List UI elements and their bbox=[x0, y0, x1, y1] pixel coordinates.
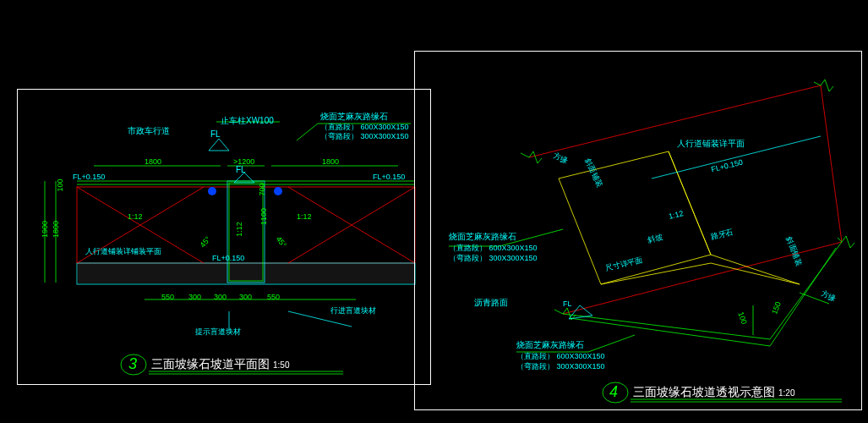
svg-line-29 bbox=[669, 151, 711, 255]
lbl-ped: 人行道铺装详铺装平面 bbox=[85, 246, 161, 257]
title-rule-3 bbox=[149, 371, 343, 376]
lbl-stop-block: 止车柱XW100 bbox=[221, 115, 274, 127]
lbl-d100v: 100 bbox=[56, 179, 64, 191]
title-num-3: 3 bbox=[128, 355, 137, 373]
lbl-d1900v: 1900 bbox=[41, 221, 49, 238]
perspective-frame: 人行道铺装详平面 方缘 方缘 斜面铺装 斜面铺装 FL+0.150 1:12 路… bbox=[414, 51, 862, 410]
title-rule-4 bbox=[631, 398, 842, 404]
lbl-curb2-cv: （弯路段） 300X300X150 bbox=[516, 361, 605, 372]
lbl-d300b: 300 bbox=[214, 293, 227, 301]
lbl-d1200: >1200 bbox=[233, 157, 254, 166]
lbl-d1800a: 1800 bbox=[145, 157, 161, 166]
lbl-curb: 烧面芝麻灰路缘石 bbox=[320, 111, 388, 123]
lbl-d300a: 300 bbox=[188, 293, 201, 301]
lbl-curb-cv: （弯路段） 300X300X150 bbox=[320, 131, 409, 142]
lbl-slope-v: 1:12 bbox=[235, 222, 243, 237]
lbl-slope-l: 1:12 bbox=[128, 212, 143, 221]
svg-line-35 bbox=[588, 335, 635, 352]
lbl-d1800b: 1800 bbox=[322, 157, 339, 166]
svg-marker-19 bbox=[209, 139, 229, 151]
svg-point-8 bbox=[274, 187, 282, 195]
title-num-4: 4 bbox=[609, 383, 618, 401]
plan-view-frame: 市政车行道 止车柱XW100 烧面芝麻灰路缘石 （直路段） 600X300X15… bbox=[17, 89, 431, 385]
lbl-d300c: 300 bbox=[239, 293, 252, 301]
lbl-fl1: FL bbox=[210, 129, 221, 139]
lbl-fl150-r: FL+0.150 bbox=[373, 173, 405, 181]
lbl-slope-r: 1:12 bbox=[297, 212, 312, 221]
lbl-d1800v: 1800 bbox=[52, 221, 60, 238]
lbl-fl2: FL bbox=[236, 165, 246, 174]
title-scale-4: 1:20 bbox=[778, 388, 794, 398]
lbl-fl150-l: FL+0.150 bbox=[73, 173, 105, 181]
lbl-asphalt: 沥青路面 bbox=[474, 297, 508, 309]
lbl-curb-r-cv: （弯路段） 300X300X150 bbox=[449, 253, 538, 264]
title-scale-3: 1:50 bbox=[273, 360, 289, 370]
svg-rect-2 bbox=[77, 264, 415, 283]
lbl-fl-r: FL bbox=[563, 299, 572, 308]
svg-line-21 bbox=[297, 124, 318, 140]
lbl-road: 市政车行道 bbox=[128, 125, 170, 137]
lbl-blind-hint: 提示盲道块材 bbox=[195, 327, 241, 338]
lbl-d550b: 550 bbox=[267, 293, 280, 301]
lbl-d700: 700 bbox=[258, 183, 266, 195]
svg-point-7 bbox=[208, 187, 216, 195]
lbl-fl150-b: FL+0.150 bbox=[212, 254, 244, 262]
lbl-d1100: 1100 bbox=[259, 208, 268, 225]
lbl-ped-plane: 人行道铺装详平面 bbox=[677, 138, 745, 150]
lbl-d550a: 550 bbox=[161, 293, 174, 301]
lbl-blind-walk: 行进盲道块材 bbox=[330, 305, 376, 316]
lbl-curb-r: 烧面芝麻灰路缘石 bbox=[449, 231, 516, 243]
lbl-curb2: 烧面芝麻灰路缘石 bbox=[516, 339, 584, 351]
